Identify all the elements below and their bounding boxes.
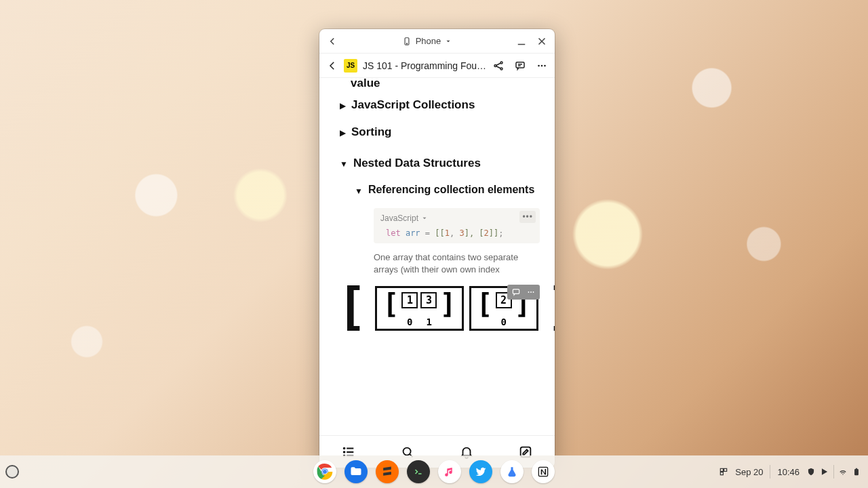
app-sublime[interactable]: [376, 460, 399, 483]
page-title[interactable]: JS 101 - Programming Foun…: [363, 60, 487, 71]
page-back-button[interactable]: [326, 60, 338, 72]
svg-point-3: [500, 62, 502, 64]
svg-point-8: [544, 64, 546, 66]
toggle-refcoll[interactable]: Referencing collection elements: [355, 176, 540, 201]
shelf-pinned-apps: [313, 460, 555, 483]
app-lab[interactable]: [500, 460, 524, 483]
diagram-block[interactable]: [ [ 1 3 ]: [374, 286, 540, 331]
heading-js-collections: JavaScript Collections: [351, 98, 475, 112]
diagram-hover-actions[interactable]: [507, 285, 540, 300]
svg-rect-27: [855, 470, 858, 474]
app-notion[interactable]: [532, 460, 555, 483]
code-content[interactable]: let arr = [[1, 3], [2]];: [380, 228, 533, 238]
svg-rect-5: [516, 62, 524, 67]
desktop-background: Phone JS JS 101 - Programming Foun…: [0, 0, 868, 488]
toggle-triangle-icon[interactable]: [340, 159, 348, 169]
window-titlebar: Phone: [319, 29, 555, 54]
battery-icon: [852, 467, 861, 476]
more-icon[interactable]: [526, 287, 536, 297]
diagram-index: 0: [407, 317, 412, 327]
bracket-right-icon: ]: [547, 286, 555, 327]
heading-sorting: Sorting: [351, 125, 392, 139]
nav-back-button[interactable]: [326, 35, 338, 47]
phone-app-window: Phone JS JS 101 - Programming Foun…: [319, 29, 555, 468]
more-button[interactable]: [536, 60, 548, 72]
svg-point-10: [528, 291, 530, 293]
code-language-picker[interactable]: JavaScript: [380, 214, 533, 223]
svg-point-7: [541, 64, 543, 66]
code-block[interactable]: JavaScript ••• let arr = [[1, 3], [2]];: [374, 208, 540, 243]
svg-rect-24: [724, 468, 727, 471]
code-more-button[interactable]: •••: [519, 211, 536, 223]
app-twitter[interactable]: [469, 460, 492, 483]
comments-button[interactable]: [514, 60, 526, 72]
chevron-down-icon: [445, 38, 452, 45]
heading-refcoll: Referencing collection elements: [368, 184, 534, 196]
bracket-left-icon: [: [337, 286, 368, 327]
os-shelf: Sep 20 10:46: [0, 455, 868, 488]
overview-icon[interactable]: [719, 467, 728, 476]
app-chrome[interactable]: [313, 460, 336, 483]
page-content[interactable]: value JavaScript Collections Sorting Nes…: [319, 78, 555, 435]
inner-array-1: [ 1 3 ] 0 1: [375, 286, 463, 331]
app-music[interactable]: [438, 460, 461, 483]
device-label: Phone: [416, 36, 441, 46]
chevron-down-icon: [421, 215, 428, 222]
heading-nested: Nested Data Structures: [353, 157, 481, 170]
device-picker[interactable]: Phone: [402, 36, 452, 46]
shelf-status-area[interactable]: Sep 20 10:46: [719, 455, 861, 488]
svg-rect-25: [721, 472, 724, 475]
diagram-index: 1: [426, 317, 431, 327]
status-time: 10:46: [777, 467, 800, 477]
svg-point-6: [538, 64, 540, 66]
svg-point-16: [403, 447, 411, 455]
close-button[interactable]: [536, 35, 548, 47]
svg-rect-9: [513, 289, 519, 293]
share-button[interactable]: [492, 60, 505, 72]
app-files[interactable]: [344, 460, 368, 483]
svg-point-12: [533, 291, 534, 293]
comment-icon[interactable]: [511, 287, 521, 297]
svg-point-14: [344, 451, 345, 453]
code-caption: One array that contains two separate arr…: [355, 247, 540, 281]
toggle-triangle-icon[interactable]: [355, 186, 363, 196]
svg-point-1: [406, 43, 407, 43]
diagram-cell: 3: [420, 292, 437, 308]
launcher-button[interactable]: [5, 465, 19, 479]
svg-point-2: [494, 64, 496, 66]
page-header: JS JS 101 - Programming Foun…: [319, 54, 555, 78]
toggle-triangle-icon[interactable]: [340, 101, 346, 110]
heading-prev-tail: value: [340, 78, 540, 90]
app-terminal[interactable]: [407, 460, 430, 483]
svg-point-21: [323, 470, 327, 474]
play-icon: [820, 467, 829, 476]
toggle-nested[interactable]: Nested Data Structures: [340, 144, 540, 176]
toggle-triangle-icon[interactable]: [340, 128, 346, 138]
shield-icon: [806, 467, 816, 476]
svg-point-13: [344, 447, 345, 449]
svg-rect-23: [721, 468, 724, 471]
toggle-sorting[interactable]: Sorting: [340, 117, 540, 144]
svg-point-11: [530, 291, 532, 293]
status-date: Sep 20: [735, 467, 763, 477]
wifi-icon: [838, 467, 848, 476]
toggle-js-collections[interactable]: JavaScript Collections: [340, 90, 540, 117]
minimize-button[interactable]: [515, 35, 528, 47]
svg-point-4: [500, 68, 502, 70]
diagram-index: 0: [500, 317, 506, 327]
diagram-cell: 1: [401, 292, 418, 308]
page-icon: JS: [344, 59, 357, 73]
